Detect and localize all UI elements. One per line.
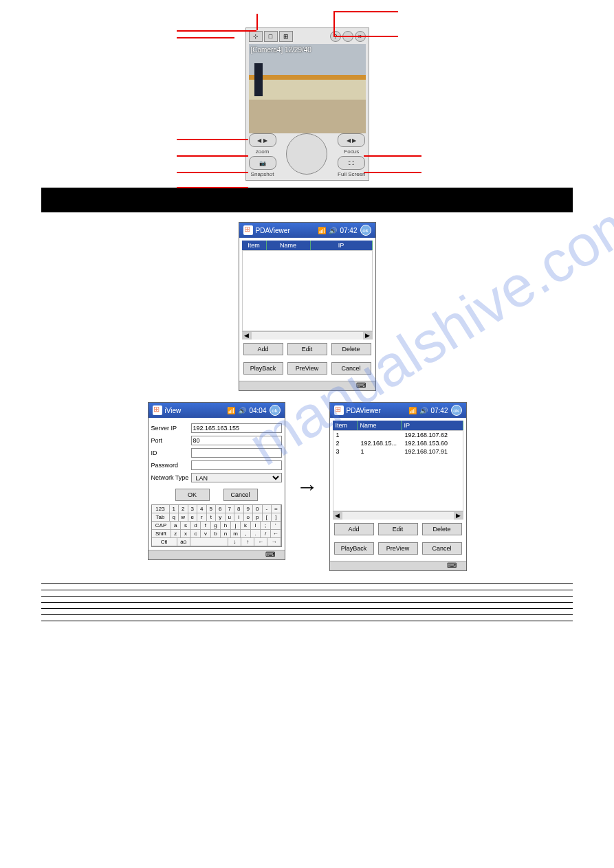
add-button[interactable]: Add — [243, 343, 283, 355]
kb-row-5[interactable]: Ctláü↓↑←→ — [152, 538, 281, 546]
camera-frame: ⊹ □ ⊞ ? – × [Camera4] 12/29/40 ◀ ▶ zoom … — [245, 27, 369, 181]
windows-flag-icon — [334, 405, 344, 415]
add-button[interactable]: Add — [334, 523, 374, 535]
cancel-button[interactable]: Cancel — [331, 362, 371, 375]
camera-control-row: ◀ ▶ zoom 📷 Snapshot ◀ ▶ Focus ⛶ Full Scr… — [249, 133, 366, 177]
annotation-line — [177, 155, 248, 157]
id-label: ID — [151, 449, 191, 456]
list-header: Item Name IP — [333, 421, 463, 430]
pda-form-window: iView 📶 🔊 04:04 ok Server IP Port ID — [148, 402, 285, 560]
focus-control[interactable]: ◀ ▶ — [338, 133, 365, 147]
ok-button[interactable]: ok — [270, 405, 281, 416]
signal-icon: 📶 — [408, 407, 417, 414]
info-row — [41, 603, 573, 609]
nettype-select[interactable]: LAN — [191, 473, 282, 482]
fullscreen-label: Full Screen — [338, 171, 365, 177]
clock-text: 04:04 — [249, 407, 266, 414]
pda-footer-bar — [330, 561, 466, 570]
kb-row-4[interactable]: Shiftzxcvbnm,./← — [152, 530, 281, 538]
annotation-line — [177, 139, 248, 140]
signal-icon: 📶 — [227, 407, 235, 414]
scroll-right-icon[interactable]: ▶ — [454, 512, 463, 520]
pda-button-row-2: PlayBack PreView Cancel — [333, 539, 463, 558]
quad-view-icon[interactable]: ⊞ — [279, 31, 293, 42]
serverip-label: Server IP — [151, 425, 191, 432]
edit-button[interactable]: Edit — [287, 343, 327, 355]
scroll-right-icon[interactable]: ▶ — [363, 332, 373, 340]
cancel-button[interactable]: Cancel — [422, 542, 462, 555]
info-row — [41, 597, 573, 603]
windows-flag-icon — [153, 405, 162, 415]
scroll-left-icon[interactable]: ◀ — [333, 512, 342, 520]
pda-title-text: PDAViewer — [256, 227, 290, 234]
h-scrollbar[interactable]: ◀ ▶ — [242, 331, 373, 340]
camera-overlay-text: [Camera4] 12/29/40 — [251, 46, 311, 54]
preview-button[interactable]: PreView — [287, 362, 327, 375]
focus-label: Focus — [338, 148, 365, 155]
ok-button[interactable]: ok — [360, 225, 371, 236]
serverip-input[interactable] — [191, 423, 282, 433]
single-view-icon[interactable]: □ — [264, 31, 278, 42]
annotation-line — [333, 11, 335, 36]
info-row — [41, 590, 573, 597]
pda-title-text: PDAViewer — [347, 407, 381, 414]
left-controls: ◀ ▶ zoom 📷 Snapshot — [249, 133, 276, 177]
kb-row-2[interactable]: Tabqwertyuiop[] — [152, 513, 281, 522]
toolbar-left-group: ⊹ □ ⊞ — [249, 31, 293, 42]
clock-text: 07:42 — [340, 227, 357, 234]
connect-icon[interactable]: ⊹ — [249, 31, 263, 42]
pda-button-row-1: Add Edit Delete — [333, 520, 463, 539]
list-body: 1 192.168.107.62 2 192.168.15... 192.168… — [333, 430, 463, 511]
pda-titlebar: PDAViewer 📶 🔊 07:42 ok — [330, 403, 466, 418]
pda-footer-bar — [239, 381, 375, 390]
playback-button[interactable]: PlayBack — [243, 362, 283, 375]
port-input[interactable] — [191, 436, 282, 445]
volume-icon: 🔊 — [419, 407, 428, 414]
annotation-line — [177, 30, 256, 32]
col-name: Name — [358, 421, 402, 430]
playback-button[interactable]: PlayBack — [334, 542, 374, 555]
clock-text: 07:42 — [430, 407, 448, 414]
kb-row-1[interactable]: 1231234567890-= — [152, 505, 281, 513]
list-body-empty — [242, 250, 373, 331]
page-content: ⊹ □ ⊞ ? – × [Camera4] 12/29/40 ◀ ▶ zoom … — [0, 0, 614, 649]
edit-button[interactable]: Edit — [378, 523, 418, 535]
snapshot-button[interactable]: 📷 — [249, 156, 276, 170]
pda-title-text: iView — [165, 407, 182, 414]
preview-button[interactable]: PreView — [378, 542, 418, 555]
delete-button[interactable]: Delete — [331, 343, 371, 355]
id-input[interactable] — [191, 448, 282, 458]
list-row[interactable]: 2 192.168.15... 192.168.153.60 — [333, 439, 463, 447]
right-controls: ◀ ▶ Focus ⛶ Full Screen — [338, 133, 365, 177]
pda-titlebar: iView 📶 🔊 04:04 ok — [149, 403, 285, 418]
col-name: Name — [267, 241, 311, 250]
delete-button[interactable]: Delete — [422, 523, 462, 535]
scroll-left-icon[interactable]: ◀ — [242, 332, 252, 340]
list-row[interactable]: 1 192.168.107.62 — [333, 431, 463, 439]
kb-row-3[interactable]: CAPasdfghjkl;' — [152, 522, 281, 530]
pda-button-row-2: PlayBack PreView Cancel — [242, 359, 373, 378]
pda-flow-row: iView 📶 🔊 04:04 ok Server IP Port ID — [41, 402, 573, 571]
fullscreen-button[interactable]: ⛶ — [338, 156, 365, 170]
onscreen-keyboard[interactable]: 1231234567890-= Tabqwertyuiop[] CAPasdfg… — [151, 504, 282, 547]
flow-arrow-icon: → — [296, 474, 318, 500]
info-row — [41, 615, 573, 621]
ok-button[interactable]: ok — [451, 405, 462, 416]
annotation-line — [256, 14, 258, 30]
volume-icon: 🔊 — [329, 227, 337, 234]
list-header: Item Name IP — [242, 241, 373, 250]
pda-viewer-populated: PDAViewer 📶 🔊 07:42 ok Item Name IP 1 — [329, 402, 467, 571]
zoom-control[interactable]: ◀ ▶ — [249, 133, 276, 147]
col-item: Item — [242, 241, 267, 250]
password-input[interactable] — [191, 460, 282, 470]
form-ok-button[interactable]: OK — [175, 489, 210, 501]
annotation-line — [177, 187, 248, 188]
form-cancel-button[interactable]: Cancel — [223, 489, 258, 501]
h-scrollbar[interactable]: ◀ ▶ — [333, 511, 463, 520]
ptz-dpad[interactable] — [286, 133, 327, 175]
camera-viewer-section: ⊹ □ ⊞ ? – × [Camera4] 12/29/40 ◀ ▶ zoom … — [218, 27, 397, 181]
pda-footer-bar — [149, 550, 285, 559]
col-ip: IP — [311, 241, 373, 250]
volume-icon: 🔊 — [238, 407, 246, 414]
list-row[interactable]: 3 1 192.168.107.91 — [333, 447, 463, 456]
